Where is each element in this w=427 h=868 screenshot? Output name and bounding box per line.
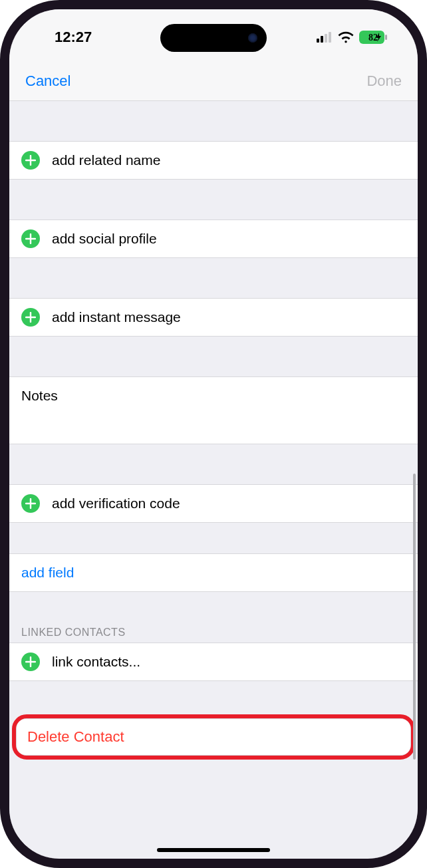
plus-icon [21,229,40,248]
plus-icon [21,308,40,327]
nav-bar: Cancel Done [9,61,418,101]
home-indicator[interactable] [157,848,270,852]
iphone-frame: 12:27 82 Can [0,0,427,868]
status-indicators: 82 [317,31,387,44]
row-label: add verification code [52,496,406,511]
link-contacts-row[interactable]: link contacts... [9,643,418,681]
row-label: add field [21,565,406,581]
spacer [9,180,418,219]
front-camera-icon [248,33,257,43]
spacer [9,101,418,141]
cellular-icon [317,32,333,43]
svg-rect-5 [385,35,387,40]
add-field-row[interactable]: add field [9,553,418,592]
delete-contact-wrap: Delete Contact [16,718,411,756]
screen: 12:27 82 Can [9,9,418,859]
notes-field[interactable]: Notes [9,376,418,444]
add-related-name-row[interactable]: add related name [9,141,418,180]
svg-rect-0 [317,39,319,43]
row-label: add instant message [52,309,406,325]
battery-text: 82 [368,33,378,43]
svg-rect-2 [325,34,327,43]
spacer [9,444,418,484]
scrollbar-thumb[interactable] [413,474,416,760]
battery-icon: 82 [359,31,387,44]
status-time: 12:27 [55,29,92,46]
done-button[interactable]: Done [366,72,402,90]
delete-contact-button[interactable]: Delete Contact [16,718,411,756]
plus-icon [21,652,40,671]
spacer [9,258,418,298]
add-social-profile-row[interactable]: add social profile [9,219,418,258]
wifi-icon [338,31,354,43]
add-instant-message-row[interactable]: add instant message [9,298,418,337]
spacer [9,337,418,376]
content-scroll[interactable]: add related name add social profile add … [9,101,418,859]
dynamic-island [160,24,267,52]
add-verification-code-row[interactable]: add verification code [9,484,418,523]
spacer [9,756,418,786]
row-label: add related name [52,152,406,168]
spacer [9,681,418,718]
row-label: link contacts... [52,654,406,670]
plus-icon [21,151,40,170]
plus-icon [21,494,40,513]
svg-rect-1 [321,36,323,43]
svg-rect-3 [329,32,331,43]
row-label: add social profile [52,231,406,247]
spacer [9,523,418,553]
linked-contacts-header: LINKED CONTACTS [9,623,418,643]
spacer [9,592,418,623]
cancel-button[interactable]: Cancel [25,72,71,90]
delete-label: Delete Contact [27,728,124,745]
notes-label: Notes [21,388,58,403]
